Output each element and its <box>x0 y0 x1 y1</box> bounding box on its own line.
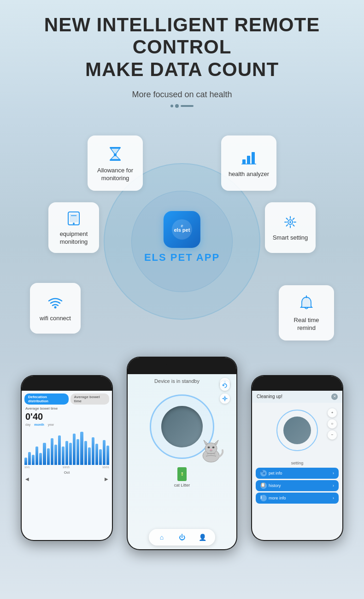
svg-marker-22 <box>204 440 208 445</box>
tablet-icon <box>65 210 82 227</box>
power-nav-icon[interactable]: ⏻ <box>176 532 188 543</box>
left-status-bar <box>22 376 112 391</box>
card-equipment-monitoring: equipment monitoring <box>48 202 99 253</box>
bar-10 <box>58 435 61 465</box>
gear-icon <box>282 214 299 230</box>
setting-row-history[interactable]: 📋 history › <box>256 480 339 491</box>
right-side-controls: + ○ − <box>328 408 337 440</box>
svg-point-13 <box>54 306 57 309</box>
svg-point-2 <box>114 153 117 156</box>
card-real-time-remind: Real time remind <box>279 285 334 341</box>
side-btn-1[interactable]: + <box>328 408 337 417</box>
day-tab[interactable]: day <box>25 423 30 426</box>
bar-9 <box>54 445 57 465</box>
bar-2 <box>28 452 31 465</box>
more-row-left: ℹ more info <box>260 495 286 501</box>
wifi-icon <box>47 294 64 311</box>
title-line2: MAKE DATA COUNT <box>85 59 279 80</box>
bar-6 <box>43 443 46 465</box>
left-phone: Defecation distribution Average bowel ti… <box>21 375 113 541</box>
cat-image <box>195 436 227 466</box>
bar-12 <box>65 441 68 465</box>
more-icon-sm: ℹ <box>260 495 267 501</box>
title-line1: NEW INTELLIGENT REMOTE CONTROL <box>44 14 320 58</box>
history-row-left: 📋 history <box>260 482 281 489</box>
bar-23 <box>106 446 109 465</box>
svg-point-21 <box>205 443 217 454</box>
bar-1 <box>24 458 27 465</box>
center-notch <box>166 362 198 370</box>
card-allowance-monitoring: Allowance for monitoring <box>88 135 143 191</box>
setting-row-more[interactable]: ℹ more info › <box>256 493 339 504</box>
close-button[interactable]: ✕ <box>331 393 338 400</box>
time-value: 0'40 <box>22 411 112 423</box>
litter-box-visual <box>128 390 236 464</box>
decorative-dots <box>170 104 194 108</box>
subtitle: More focused on cat health <box>132 90 232 100</box>
bar-4 <box>35 446 38 465</box>
cat-litter-info: 🔋 cat Litter <box>128 464 236 489</box>
left-tabs: Defecation distribution Average bowel ti… <box>22 391 112 405</box>
cleaning-header: Cleaning up! ✕ <box>252 391 342 403</box>
svg-point-12 <box>289 221 291 223</box>
time-period-tabs: day month year <box>22 423 112 426</box>
main-title: NEW INTELLIGENT REMOTE CONTROL MAKE DATA… <box>9 14 355 81</box>
side-btn-3[interactable]: − <box>328 430 337 440</box>
right-phone-screen: Cleaning up! ✕ + ○ − setting <box>252 376 342 540</box>
left-phone-screen: Defecation distribution Average bowel ti… <box>22 376 112 540</box>
month-label: Oct <box>22 470 112 476</box>
hourglass-icon <box>106 145 124 163</box>
bowel-tab[interactable]: Average bowel time <box>70 393 109 405</box>
bar-chart-icon <box>240 148 258 167</box>
bar-5 <box>39 453 42 465</box>
bar-22 <box>103 440 106 465</box>
dot2 <box>175 104 179 108</box>
right-status-bar <box>252 376 342 391</box>
svg-point-9 <box>73 223 75 224</box>
svg-rect-3 <box>242 159 246 164</box>
next-arrow[interactable]: ▶ <box>105 476 108 482</box>
svg-marker-23 <box>214 440 218 445</box>
prev-arrow[interactable]: ◀ <box>25 476 29 482</box>
month-tab[interactable]: month <box>34 423 44 426</box>
svg-rect-8 <box>70 214 78 222</box>
bar-18 <box>88 447 91 465</box>
bar-11 <box>62 446 65 465</box>
profile-nav-icon[interactable]: 👤 <box>197 532 208 543</box>
svg-text:els pet: els pet <box>174 227 190 233</box>
bar-15 <box>76 439 79 465</box>
defecation-tab[interactable]: Defecation distribution <box>24 393 69 405</box>
bar-17 <box>84 441 87 465</box>
bar-chart <box>22 428 112 465</box>
bottom-nav-bar: ⌂ ⏻ 👤 <box>149 529 215 546</box>
bar-21 <box>99 449 102 465</box>
bar-3 <box>32 455 35 465</box>
equipment-label: equipment monitoring <box>54 230 94 246</box>
nav-arrows: ◀ ▶ <box>22 476 112 482</box>
year-tab[interactable]: year <box>48 423 54 426</box>
feature-diagram: Allowance for monitoring health analyzer… <box>21 122 343 361</box>
setting-section-label: setting <box>256 460 339 466</box>
home-nav-icon[interactable]: ⌂ <box>156 532 167 543</box>
card-health-analyzer: health analyzer <box>221 135 276 191</box>
chart-dates: 10/1 10/15 10/31 <box>22 465 112 470</box>
cat-svg <box>195 436 227 464</box>
bar-13 <box>69 443 72 465</box>
date-start: 10/1 <box>24 466 30 469</box>
chart-label: Average bowel time <box>22 405 112 411</box>
history-label: history <box>269 483 281 488</box>
arrow-pet: › <box>333 471 334 476</box>
right-inner-drum <box>283 417 311 444</box>
svg-point-26 <box>211 449 212 450</box>
setting-row-pet-info[interactable]: 🐾 pet info › <box>256 468 339 479</box>
bar-20 <box>95 444 98 465</box>
refresh-icon[interactable] <box>220 381 230 391</box>
side-btn-2[interactable]: ○ <box>328 419 337 429</box>
center-app-icon: e els pet ELS PET APP <box>144 211 220 264</box>
svg-rect-5 <box>252 152 255 164</box>
more-label: more info <box>269 496 286 500</box>
phones-showcase: Defecation distribution Average bowel ti… <box>7 357 357 555</box>
history-icon-sm: 📋 <box>260 482 267 489</box>
bar-7 <box>47 448 50 465</box>
bell-icon <box>297 294 316 313</box>
